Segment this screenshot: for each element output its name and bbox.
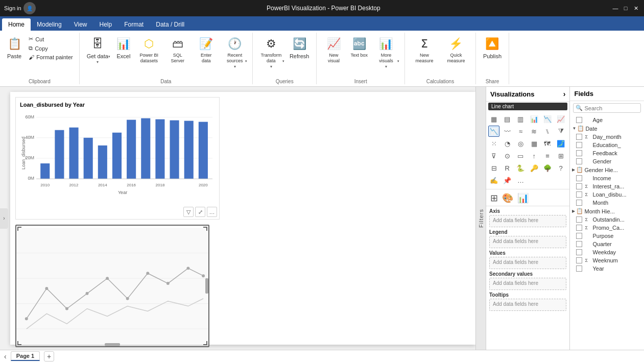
field-item-quarter[interactable]: Quarter: [570, 240, 644, 248]
viz-line-clustered[interactable]: ≈: [515, 126, 526, 137]
collapse-panel-button[interactable]: ›: [0, 208, 8, 229]
chart-resize-handle-bottom[interactable]: [105, 343, 120, 346]
line-chart-container[interactable]: [15, 225, 209, 347]
field-checkbox-promo[interactable]: [576, 225, 582, 231]
transform-data-button[interactable]: ⚙ Transform data ▾: [257, 35, 285, 71]
viz-qna[interactable]: ?: [555, 162, 566, 174]
enter-data-button[interactable]: 📝 Enter data: [193, 35, 220, 66]
viz-matrix[interactable]: ⊟: [488, 162, 499, 174]
copy-button[interactable]: ⧉ Copy: [27, 44, 75, 53]
field-checkbox-month[interactable]: [576, 200, 582, 206]
chart-expand-button[interactable]: ⤢: [195, 207, 205, 217]
field-checkbox-education[interactable]: [576, 142, 582, 148]
field-checkbox-outstanding[interactable]: [576, 216, 582, 223]
secondary-values-drop-zone[interactable]: Add data fields here: [489, 278, 566, 290]
viz-decomp-tree[interactable]: 🌳: [542, 162, 553, 174]
field-item-interest[interactable]: Σ Interest_ra...: [570, 182, 644, 190]
field-group-date[interactable]: ▼ 📋 Date: [570, 124, 644, 133]
tab-modeling[interactable]: Modeling: [31, 18, 68, 31]
viz-100pct-column[interactable]: 📈: [555, 113, 566, 125]
chart-more-button[interactable]: …: [207, 207, 217, 217]
field-item-income[interactable]: Income: [570, 174, 644, 182]
restore-button[interactable]: □: [622, 4, 630, 12]
refresh-button[interactable]: 🔄 Refresh: [287, 35, 313, 62]
field-item-outstanding[interactable]: Σ Outstandin...: [570, 215, 644, 224]
user-avatar[interactable]: 👤: [23, 2, 36, 14]
minimize-button[interactable]: —: [611, 4, 619, 12]
field-group-month-hier[interactable]: ▶ 📋 Month Hie...: [570, 207, 644, 215]
field-checkbox-year[interactable]: [576, 266, 582, 272]
field-checkbox-purpose[interactable]: [576, 233, 582, 239]
viz-kpi[interactable]: ↑: [529, 150, 540, 161]
tab-data-drill[interactable]: Data / Drill: [150, 18, 190, 31]
field-item-loan[interactable]: Σ Loan_disbu...: [570, 190, 644, 199]
viz-line-stacked[interactable]: ≋: [529, 126, 540, 137]
cut-button[interactable]: ✂ Cut: [27, 35, 75, 43]
viz-scatter[interactable]: ⁙: [488, 138, 499, 149]
viz-card[interactable]: ▭: [515, 150, 526, 161]
viz-r-script[interactable]: R: [502, 162, 513, 174]
bar-chart-container[interactable]: Loan_disbursed by Year 60M 40M 20M 0M Lo…: [15, 97, 220, 220]
viz-filled-map[interactable]: 🗾: [555, 138, 566, 149]
field-checkbox-loan[interactable]: [576, 191, 582, 198]
new-measure-button[interactable]: Ʃ New measure: [409, 35, 440, 66]
legend-drop-zone[interactable]: Add data fields here: [489, 236, 566, 248]
fields-search-box[interactable]: 🔍: [573, 103, 641, 113]
values-drop-zone[interactable]: Add data fields here: [489, 257, 566, 269]
viz-line-chart[interactable]: 📉: [488, 126, 499, 137]
viz-stacked-bar[interactable]: ▦: [488, 113, 499, 125]
quick-measure-button[interactable]: ⚡ Quick measure: [441, 35, 471, 66]
tab-help[interactable]: Help: [93, 18, 118, 31]
prev-page-button[interactable]: ‹: [4, 352, 7, 360]
format-painter-button[interactable]: 🖌 Format painter: [27, 53, 75, 61]
excel-button[interactable]: 📊 Excel: [113, 35, 134, 62]
new-visual-button[interactable]: 📈 New visual: [321, 35, 346, 66]
field-checkbox-gender[interactable]: [576, 158, 582, 164]
field-item-promo[interactable]: Σ Promo_Ca...: [570, 224, 644, 232]
tab-home[interactable]: Home: [2, 18, 31, 31]
tab-view[interactable]: View: [68, 18, 93, 31]
powerbi-datasets-button[interactable]: ⬡ Power BI datasets: [136, 35, 162, 66]
sign-in-area[interactable]: Sign in 👤: [4, 2, 36, 14]
viz-funnel[interactable]: ⊽: [488, 150, 499, 161]
field-item-month[interactable]: Month: [570, 199, 644, 207]
viz-smart-narrative[interactable]: ✍: [488, 175, 499, 186]
viz-ribbon[interactable]: ⑊: [542, 126, 553, 137]
chart-filter-button[interactable]: ▽: [183, 207, 194, 217]
get-data-button[interactable]: 🗄 Get data ▾: [84, 35, 111, 67]
viz-area-chart[interactable]: 〰: [502, 126, 513, 137]
viz-panel-expand-icon[interactable]: ›: [563, 90, 566, 98]
field-checkbox-quarter[interactable]: [576, 241, 582, 247]
page-tab-1[interactable]: Page 1: [11, 351, 40, 361]
viz-clustered-column[interactable]: 📉: [542, 113, 553, 125]
search-input[interactable]: [584, 105, 638, 111]
field-checkbox-weekday[interactable]: [576, 249, 582, 255]
field-checkbox-feedback[interactable]: [576, 150, 582, 156]
viz-gauge[interactable]: ⊙: [502, 150, 513, 161]
viz-slicer[interactable]: ≡: [542, 150, 553, 161]
axis-drop-zone[interactable]: Add data fields here: [489, 215, 566, 227]
build-visual-analytics-icon[interactable]: 📊: [515, 190, 531, 206]
viz-bar-chart[interactable]: 📊: [529, 113, 540, 125]
field-item-weeknum[interactable]: Σ Weeknum: [570, 256, 644, 264]
paste-button[interactable]: 📋 Paste: [4, 35, 25, 62]
field-checkbox-income[interactable]: [576, 175, 582, 181]
viz-donut[interactable]: ◎: [515, 138, 526, 149]
add-page-button[interactable]: +: [44, 351, 54, 361]
publish-button[interactable]: 🔼 Publish: [480, 35, 505, 62]
text-box-button[interactable]: 🔤 Text box: [347, 35, 371, 60]
build-visual-fields-icon[interactable]: ⊞: [488, 190, 500, 206]
viz-treemap[interactable]: ▦: [529, 138, 540, 149]
viz-more[interactable]: …: [515, 175, 526, 186]
field-item-day-month[interactable]: Σ Day_month: [570, 133, 644, 141]
tab-format[interactable]: Format: [118, 18, 150, 31]
viz-100pct-bar[interactable]: ▥: [515, 113, 526, 125]
field-item-feedback[interactable]: Feedback: [570, 149, 644, 157]
field-checkbox-weeknum[interactable]: [576, 257, 582, 263]
viz-pie[interactable]: ◔: [502, 138, 513, 149]
viz-map[interactable]: 🗺: [542, 138, 553, 149]
viz-clustered-bar[interactable]: ▤: [502, 113, 513, 125]
field-item-age[interactable]: Age: [570, 116, 644, 124]
field-checkbox-age[interactable]: [576, 117, 582, 123]
sql-server-button[interactable]: 🗃 SQL Server: [164, 35, 191, 66]
